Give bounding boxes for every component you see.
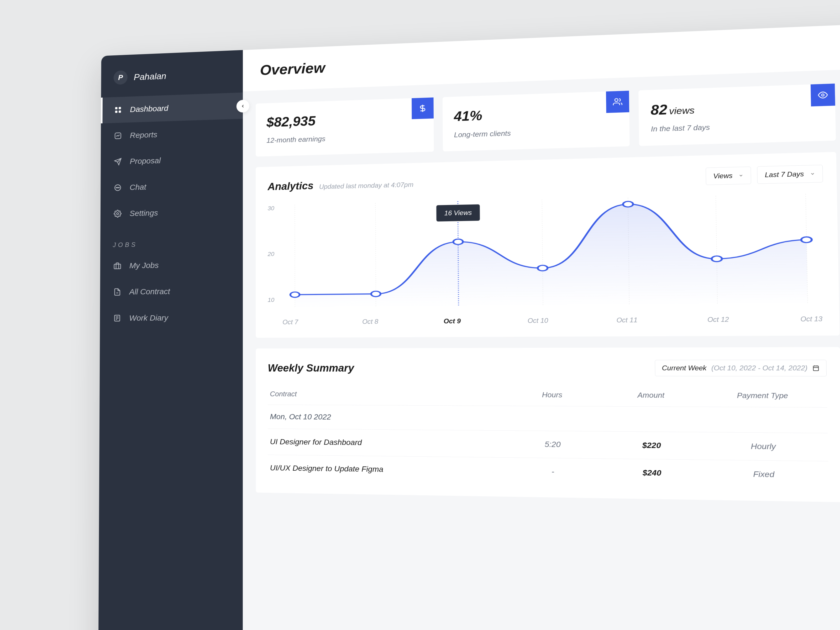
svg-point-8 [118,188,119,188]
grid-icon [114,105,123,115]
analytics-card: Analytics Updated last monday at 4:07pm … [256,152,840,338]
sidebar-item-my-jobs[interactable]: My Jobs [100,251,243,279]
svg-point-31 [291,292,300,297]
stat-card-clients: 41% Long-term clients [442,90,630,151]
svg-point-36 [712,256,722,262]
weekly-title: Weekly Summary [268,362,354,374]
stat-card-views: 82views In the last 7 days [639,84,836,146]
svg-point-21 [615,98,618,102]
users-icon [606,90,630,113]
sidebar-item-chat[interactable]: Chat [101,171,243,201]
week-picker[interactable]: Current Week (Oct 10, 2022 - Oct 14, 202… [655,360,827,376]
svg-point-9 [117,213,118,215]
svg-point-22 [822,94,824,96]
weekly-summary-card: Weekly Summary Current Week (Oct 10, 202… [256,347,840,502]
line-chart [279,190,825,314]
eye-icon [811,84,835,106]
svg-rect-10 [114,264,121,269]
sidebar-section-jobs: JOBS [100,224,243,253]
svg-rect-2 [115,111,118,113]
stat-value: 41% [454,103,618,124]
chart-y-axis: 30 20 10 [267,202,274,314]
sidebar-item-work-diary[interactable]: Work Diary [100,304,243,331]
analytics-updated: Updated last monday at 4:07pm [319,181,414,190]
sidebar-item-reports[interactable]: Reports [101,118,243,149]
svg-point-32 [371,291,381,297]
svg-point-7 [117,188,118,188]
sidebar-item-all-contract[interactable]: All Contract [100,278,243,305]
briefcase-icon [113,261,122,270]
chart-x-tick: Oct 13 [801,315,823,323]
main: Overview $82,935 [243,17,840,630]
sidebar: P Pahalan Dashboard Reports Proposal [98,50,243,630]
sidebar-item-settings[interactable]: Settings [101,198,243,227]
table-date-row: Mon, Oct 10 2022 [268,404,828,433]
sidebar-item-label: All Contract [129,287,170,296]
stat-label: 12-month earnings [267,132,422,145]
svg-point-6 [116,188,117,188]
sidebar-item-label: Reports [130,130,158,140]
sidebar-item-label: Dashboard [130,104,168,114]
sidebar-item-proposal[interactable]: Proposal [101,145,243,175]
document-icon [113,287,122,297]
chart-tooltip: 16 Views [436,204,480,221]
stat-card-earnings: $82,935 12-month earnings [256,97,434,156]
table-header: Contract Hours Amount Payment Type [268,383,827,407]
chevron-down-icon [810,171,815,176]
svg-point-37 [801,237,812,243]
dollar-icon [412,97,434,119]
svg-rect-3 [118,111,121,113]
chart-line-icon [113,131,123,141]
chart-x-tick: Oct 10 [527,317,548,324]
chart-x-tick: Oct 11 [616,316,638,324]
analytics-metric-select[interactable]: Views [706,166,751,185]
note-icon [112,313,122,323]
svg-rect-38 [813,366,818,371]
chart-x-tick: Oct 12 [707,316,729,324]
svg-point-34 [538,265,548,271]
chart-x-tick: Oct 7 [283,318,298,326]
send-icon [113,157,123,167]
stat-value: $82,935 [267,110,422,130]
stat-value: 82views [651,96,823,118]
svg-rect-1 [118,107,121,109]
chat-icon [113,183,123,193]
sidebar-item-label: Chat [129,182,146,192]
week-picker-label: Current Week [662,364,706,372]
stat-label: In the last 7 days [651,120,823,134]
sidebar-item-dashboard[interactable]: Dashboard [101,92,243,123]
brand-logo: P [114,70,127,85]
week-picker-range: (Oct 10, 2022 - Oct 14, 2022) [711,364,808,372]
brand: P Pahalan [101,60,243,97]
gear-icon [113,209,122,218]
sidebar-item-label: Work Diary [129,313,168,323]
analytics-range-select[interactable]: Last 7 Days [757,165,823,184]
calendar-icon [812,365,819,371]
svg-point-33 [453,239,463,245]
stat-cards: $82,935 12-month earnings 41% Long-term … [256,84,836,156]
select-value: Views [713,172,733,180]
analytics-title: Analytics [267,180,313,192]
sidebar-item-label: My Jobs [129,261,159,270]
analytics-chart: 30 20 10 16 Views [267,190,826,326]
page-title: Overview [260,59,325,78]
svg-rect-0 [115,107,118,109]
stat-label: Long-term clients [454,126,618,139]
brand-name: Pahalan [134,71,166,82]
select-value: Last 7 Days [765,170,804,179]
sidebar-item-label: Proposal [129,156,161,166]
chart-x-tick: Oct 8 [362,318,378,325]
chart-x-tick: Oct 9 [444,317,461,325]
sidebar-item-label: Settings [129,208,158,218]
svg-point-35 [623,201,633,207]
chevron-down-icon [739,173,744,178]
chevron-left-icon [240,104,245,109]
